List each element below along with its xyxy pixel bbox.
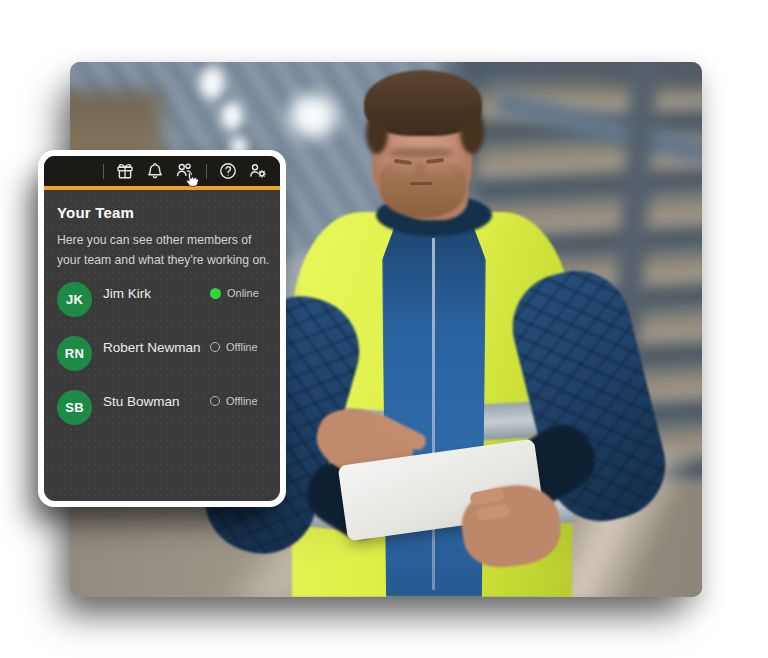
popup-title: Your Team xyxy=(57,204,272,221)
worker-beard xyxy=(380,160,466,218)
avatar: SB xyxy=(57,390,92,425)
worker-brow xyxy=(388,148,454,158)
worker-hair-side xyxy=(460,108,484,154)
gift-icon[interactable] xyxy=(115,161,135,181)
member-name: Robert Newman xyxy=(103,340,210,355)
member-name: Stu Bowman xyxy=(103,394,210,409)
worker-hair-side xyxy=(366,112,388,154)
status-dot-icon xyxy=(210,342,220,352)
ceiling-light xyxy=(282,88,344,144)
status-dot-icon xyxy=(210,396,220,406)
status-label: Offline xyxy=(226,395,258,407)
ceiling-light xyxy=(218,98,246,134)
shirt-zipper xyxy=(432,238,435,590)
toolbar-divider xyxy=(103,164,104,179)
user-settings-icon[interactable] xyxy=(248,161,268,181)
member-name: Jim Kirk xyxy=(103,286,210,301)
status-dot-icon xyxy=(210,288,221,299)
team-member-row[interactable]: RN Robert Newman Offline xyxy=(57,336,272,371)
team-member-row[interactable]: JK Jim Kirk Online xyxy=(57,282,272,317)
member-status: Offline xyxy=(210,395,266,407)
toolbar-divider xyxy=(206,164,207,179)
team-people-icon[interactable] xyxy=(175,161,195,181)
avatar: JK xyxy=(57,282,92,317)
member-status: Online xyxy=(210,287,266,299)
bell-icon[interactable] xyxy=(145,161,165,181)
popup-toolbar xyxy=(44,156,280,186)
popup-description: Here you can see other members of your t… xyxy=(57,230,271,270)
status-label: Online xyxy=(227,287,259,299)
ceiling-light xyxy=(196,62,228,104)
help-icon[interactable] xyxy=(218,161,238,181)
member-status: Offline xyxy=(210,341,266,353)
popup-body: Your Team Here you can see other members… xyxy=(44,190,280,501)
status-label: Offline xyxy=(226,341,258,353)
popup-inner: Your Team Here you can see other members… xyxy=(44,156,280,501)
team-member-row[interactable]: SB Stu Bowman Offline xyxy=(57,390,272,425)
your-team-popup: Your Team Here you can see other members… xyxy=(38,150,286,507)
avatar: RN xyxy=(57,336,92,371)
worker-mouth xyxy=(410,182,432,185)
